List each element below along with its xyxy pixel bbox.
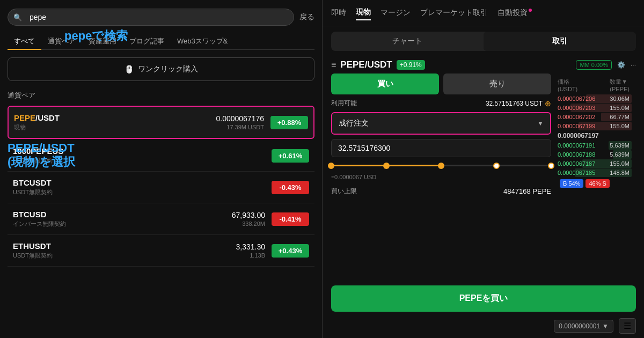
available-row: 利用可能 32.57151763 USDT ⊕ xyxy=(331,99,551,108)
price-step-select[interactable]: 0.0000000001 ▼ xyxy=(554,320,613,333)
pair-change: -0.43% xyxy=(272,181,309,194)
slider-handle-25[interactable] xyxy=(383,163,390,169)
price-input-row: 32.5715176300 xyxy=(331,139,551,157)
nav-instant[interactable]: 即時 xyxy=(331,6,346,20)
ob-asks: 0.0000067206 30.06M 0.0000067203 155.0M xyxy=(555,94,632,130)
ob-ask-qty: 30.06M xyxy=(610,95,630,102)
ob-ask-price: 0.0000067203 xyxy=(558,105,595,111)
ob-bid-price: 0.0000067185 xyxy=(558,170,595,176)
ob-qty-header: 数量▼(PEPE) xyxy=(610,78,630,92)
order-type-dropdown[interactable]: 成行注文 ▼ xyxy=(331,112,551,135)
slider-row[interactable] xyxy=(331,161,551,170)
nav-premarket[interactable]: プレマーケット取引 xyxy=(420,6,488,20)
ob-price-header: 価格(USDT) xyxy=(558,78,577,92)
pair-volume: 338.20M xyxy=(72,221,265,227)
slider-handle-50[interactable] xyxy=(438,163,444,169)
add-funds-icon[interactable]: ⊕ xyxy=(545,99,551,108)
pair-item-btcusdt[interactable]: BTCUSDT USDT無限契約 -0.43% xyxy=(8,172,314,203)
pct-buy: B 54% xyxy=(560,179,583,188)
pair-header-left: ≡ PEPE/USDT +0.91% xyxy=(331,60,425,70)
ob-spread-row: 0.0000067197 xyxy=(555,130,632,141)
ob-header: 価格(USDT) 数量▼(PEPE) xyxy=(555,78,632,92)
pair-change: +0.91% xyxy=(397,60,425,70)
pair-title[interactable]: PEPE/USDT xyxy=(340,60,392,70)
sell-button[interactable]: 売り xyxy=(443,74,551,94)
tab-web3[interactable]: Web3スワップ& xyxy=(171,33,234,49)
ob-bid-qty: 5.639M xyxy=(610,151,630,158)
order-type-label: 成行注文 xyxy=(339,119,369,128)
pair-name: PEPE/USDT xyxy=(14,113,60,122)
price-value[interactable]: 32.5715176300 xyxy=(338,144,390,152)
buy-limit-row: 買い上限 4847168 PEPE xyxy=(331,185,551,198)
usd-approx: ≈0.0000067 USD xyxy=(331,174,551,180)
available-label: 利用可能 xyxy=(331,99,357,108)
pair-change: -0.41% xyxy=(272,212,309,226)
slider-handle-0[interactable] xyxy=(328,163,334,169)
slider-handle-100[interactable] xyxy=(548,163,554,169)
section-label: 通貨ペア xyxy=(8,91,314,100)
pair-header: ≡ PEPE/USDT +0.91% MM 0.00% ⚙️ ··· xyxy=(323,56,644,74)
bottom-row: 0.0000000001 ▼ ☰ xyxy=(323,316,644,338)
slider-handle-75[interactable] xyxy=(493,163,500,169)
oneclick-buy-button[interactable]: 🖱️ ワンクリック購入 xyxy=(8,57,314,81)
nav-margin[interactable]: マージン xyxy=(380,6,411,20)
nav-autoinvest[interactable]: 自動投資 xyxy=(497,6,532,20)
pair-name-wrap: PEPE/USDT(現物)を選択 1000PEPEUS USDT無限契約 xyxy=(13,146,63,165)
pair-type: USDT無限契約 xyxy=(13,188,53,196)
tab-all[interactable]: すべて xyxy=(8,33,41,49)
pair-list: PEPE/USDT 現物 0.0000067176 17.39M USDT +0… xyxy=(8,106,314,267)
ob-ask-row: 0.0000067206 30.06M xyxy=(555,94,632,103)
big-buy-button[interactable]: PEPEを買い xyxy=(331,285,636,312)
pair-item-pepe-usdt[interactable]: PEPE/USDT 現物 0.0000067176 17.39M USDT +0… xyxy=(8,106,314,139)
ob-bid-price: 0.0000067188 xyxy=(558,151,595,158)
pair-name: ETHUSDT xyxy=(13,241,53,251)
ob-bid-qty: 155.0M xyxy=(610,160,630,167)
pepe-annotation: PEPE/USDT(現物)を選択 xyxy=(8,141,75,170)
settings-icon[interactable]: ⚙️ xyxy=(617,61,625,69)
nav-spot[interactable]: 現物 xyxy=(356,5,371,20)
pair-type: 現物 xyxy=(14,123,60,131)
search-box[interactable]: 🔍 pepe xyxy=(8,9,294,26)
pair-name: BTCUSDT xyxy=(13,178,53,187)
pair-volume: 1.13B xyxy=(59,252,265,259)
list-icon: ☰ xyxy=(624,321,631,330)
more-icon[interactable]: ··· xyxy=(631,61,636,69)
pair-quote: /USDT xyxy=(35,113,60,122)
price-step-value: 0.0000000001 xyxy=(559,322,600,330)
pair-item-btcusd[interactable]: BTCUSD インバース無限契約 67,933.00 338.20M -0.41… xyxy=(8,203,314,235)
ob-ask-row: 0.0000067203 155.0M xyxy=(555,104,632,112)
pair-price: 0.0000067176 xyxy=(66,114,264,123)
back-button[interactable]: 戻る xyxy=(299,12,314,22)
pct-sell: 46% S xyxy=(586,179,609,188)
list-view-toggle[interactable]: ☰ xyxy=(619,318,636,334)
pair-price-vol: 67,933.00 338.20M xyxy=(66,211,272,227)
ob-bid-qty: 148.8M xyxy=(610,170,630,176)
search-row: 🔍 pepe 戻る xyxy=(8,9,314,26)
chart-toggle[interactable]: チャート xyxy=(331,32,484,51)
order-book: 価格(USDT) 数量▼(PEPE) 0.0000067206 30.06M xyxy=(555,74,636,281)
ob-row-text: 0.0000067206 30.06M xyxy=(555,94,632,103)
pair-item-1000pepe[interactable]: PEPE/USDT(現物)を選択 1000PEPEUS USDT無限契約 +0.… xyxy=(8,140,314,172)
ob-bid-row: 0.0000067191 5.639M xyxy=(555,141,632,150)
trade-toggle[interactable]: 取引 xyxy=(484,32,636,51)
oneclick-icon: 🖱️ xyxy=(125,65,134,74)
ob-row-text: 0.0000067203 155.0M xyxy=(555,104,632,112)
ob-ask-qty: 155.0M xyxy=(610,105,630,111)
pair-type: USDT無限契約 xyxy=(13,252,53,260)
buy-limit-label: 買い上限 xyxy=(331,187,357,196)
tab-blog[interactable]: ブログ記事 xyxy=(123,33,171,49)
slider-track xyxy=(331,165,551,166)
ob-ask-qty: 66.77M xyxy=(610,114,630,120)
top-nav: 即時 現物 マージン プレマーケット取引 自動投資 xyxy=(323,0,644,26)
ob-bid-price: 0.0000067191 xyxy=(558,142,595,149)
ob-row-text: 0.0000067188 5.639M xyxy=(555,150,632,159)
nav-dot xyxy=(529,9,532,12)
trading-form: 買い 売り 利用可能 32.57151763 USDT ⊕ 成行注文 ▼ xyxy=(331,74,551,281)
oneclick-label: ワンクリック購入 xyxy=(138,64,198,74)
buy-button[interactable]: 買い xyxy=(331,74,439,94)
ob-ask-qty: 155.0M xyxy=(610,123,630,129)
pair-item-ethusdt[interactable]: ETHUSDT USDT無限契約 3,331.30 1.13B +0.43% xyxy=(8,235,314,267)
search-input[interactable]: pepe xyxy=(25,13,46,21)
dropdown-arrow-icon: ▼ xyxy=(602,322,609,330)
ob-bid-row: 0.0000067188 5.639M xyxy=(555,150,632,159)
